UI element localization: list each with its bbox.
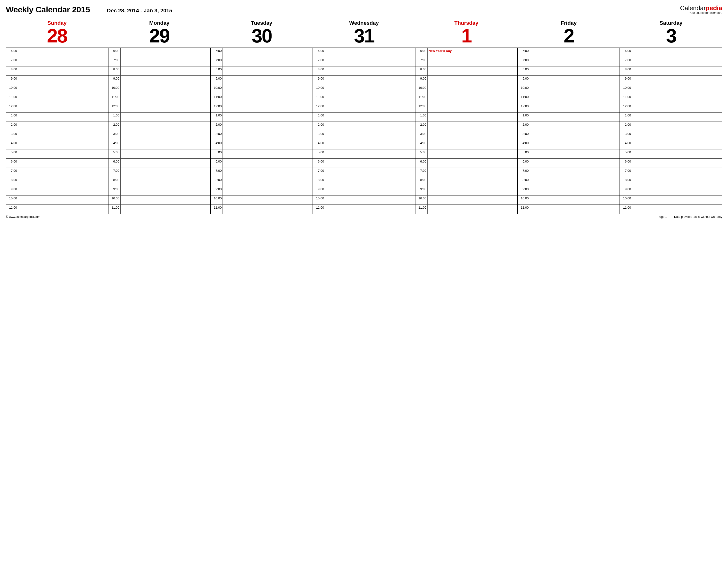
slot-content bbox=[325, 168, 415, 177]
time-slot: 6:00 bbox=[211, 159, 313, 168]
time-slot: 12:00 bbox=[620, 103, 722, 113]
time-slot: 6:00 bbox=[620, 48, 722, 57]
time-slot: 2:00 bbox=[620, 122, 722, 131]
time-label: 1:00 bbox=[6, 113, 18, 122]
day-number: 1 bbox=[415, 26, 518, 46]
time-slot: 9:00 bbox=[6, 186, 108, 196]
slot-content bbox=[530, 94, 620, 103]
slot-content bbox=[632, 186, 722, 195]
time-label: 2:00 bbox=[6, 122, 18, 131]
time-slot: 6:00 bbox=[518, 48, 620, 57]
slot-content bbox=[121, 159, 210, 168]
time-label: 11:00 bbox=[518, 94, 530, 103]
day-column-header: Thursday1 bbox=[415, 19, 518, 48]
time-label: 10:00 bbox=[620, 196, 632, 205]
slot-content bbox=[18, 140, 108, 149]
time-slot: 8:00 bbox=[6, 67, 108, 76]
time-slot: 10:00 bbox=[415, 196, 517, 205]
day-column-header: Sunday28 bbox=[6, 19, 108, 48]
time-slot: 11:00 bbox=[518, 94, 620, 103]
time-slot: 1:00 bbox=[6, 113, 108, 122]
slot-content bbox=[530, 159, 620, 168]
slot-content bbox=[530, 67, 620, 75]
slot-content bbox=[325, 48, 415, 57]
slot-content bbox=[530, 103, 620, 112]
time-label: 6:00 bbox=[313, 159, 325, 168]
slot-content bbox=[428, 131, 517, 140]
time-slot: 6:00 bbox=[6, 159, 108, 168]
time-label: 4:00 bbox=[313, 140, 325, 149]
time-label: 11:00 bbox=[211, 205, 223, 214]
time-slot: 12:00 bbox=[415, 103, 517, 113]
time-label: 12:00 bbox=[6, 103, 18, 112]
slot-content bbox=[223, 103, 313, 112]
slot-content bbox=[18, 122, 108, 131]
slot-content bbox=[121, 196, 210, 205]
day-number: 31 bbox=[313, 26, 415, 46]
time-label: 6:00 bbox=[108, 159, 121, 168]
time-slot: 7:00 bbox=[620, 57, 722, 67]
slot-content bbox=[325, 140, 415, 149]
time-label: 9:00 bbox=[415, 76, 428, 85]
time-slot: 5:00 bbox=[518, 150, 620, 159]
time-label: 2:00 bbox=[620, 122, 632, 131]
time-slot: 1:00 bbox=[415, 113, 517, 122]
slot-content bbox=[632, 168, 722, 177]
time-label: 7:00 bbox=[313, 168, 325, 177]
time-label: 2:00 bbox=[313, 122, 325, 131]
day-number: 29 bbox=[108, 26, 211, 46]
slot-content bbox=[530, 177, 620, 186]
time-slot: 7:00 bbox=[620, 168, 722, 177]
slot-content bbox=[632, 103, 722, 112]
time-slot: 3:00 bbox=[620, 131, 722, 140]
slot-content bbox=[18, 103, 108, 112]
time-slot: 6:00 bbox=[108, 48, 210, 57]
slot-content bbox=[223, 48, 313, 57]
slot-content bbox=[223, 94, 313, 103]
slot-content bbox=[428, 159, 517, 168]
time-slot: 10:00 bbox=[620, 85, 722, 94]
time-slot: 8:00 bbox=[313, 67, 415, 76]
time-label: 11:00 bbox=[211, 94, 223, 103]
day-column: 6:007:008:009:0010:0011:0012:001:002:003… bbox=[108, 48, 210, 214]
time-slot: 8:00 bbox=[6, 177, 108, 186]
time-label: 8:00 bbox=[415, 67, 428, 75]
time-label: 9:00 bbox=[415, 186, 428, 195]
brand-name: Calendarpedia bbox=[680, 5, 722, 11]
time-slot: 8:00 bbox=[313, 177, 415, 186]
time-slot: 9:00 bbox=[211, 76, 313, 85]
time-slot: 7:00 bbox=[108, 168, 210, 177]
time-slot: 6:00 bbox=[108, 159, 210, 168]
time-label: 11:00 bbox=[108, 94, 121, 103]
time-slot: 12:00 bbox=[518, 103, 620, 113]
time-label: 8:00 bbox=[211, 177, 223, 186]
time-slot: 11:00 bbox=[6, 94, 108, 103]
time-label: 9:00 bbox=[620, 186, 632, 195]
time-label: 9:00 bbox=[6, 76, 18, 85]
time-label: 2:00 bbox=[211, 122, 223, 131]
slot-content bbox=[632, 196, 722, 205]
slot-content bbox=[325, 67, 415, 75]
slot-content bbox=[530, 168, 620, 177]
time-slot: 8:00 bbox=[518, 177, 620, 186]
slot-content bbox=[530, 57, 620, 66]
time-slot: 8:00 bbox=[108, 177, 210, 186]
slot-content bbox=[121, 67, 210, 75]
time-label: 9:00 bbox=[313, 76, 325, 85]
time-slot: 11:00 bbox=[415, 205, 517, 214]
slot-content bbox=[325, 131, 415, 140]
slot-content bbox=[632, 131, 722, 140]
time-label: 11:00 bbox=[415, 205, 428, 214]
slot-content bbox=[428, 186, 517, 195]
slot-content bbox=[530, 131, 620, 140]
time-label: 5:00 bbox=[6, 150, 18, 158]
time-label: 10:00 bbox=[211, 196, 223, 205]
time-slot: 7:00 bbox=[108, 57, 210, 67]
time-slot: 10:00 bbox=[6, 85, 108, 94]
time-label: 6:00 bbox=[6, 159, 18, 168]
slot-content bbox=[18, 57, 108, 66]
slot-content bbox=[530, 186, 620, 195]
time-slot: 10:00 bbox=[518, 85, 620, 94]
time-slot: 5:00 bbox=[108, 150, 210, 159]
time-slot: 10:00 bbox=[620, 196, 722, 205]
